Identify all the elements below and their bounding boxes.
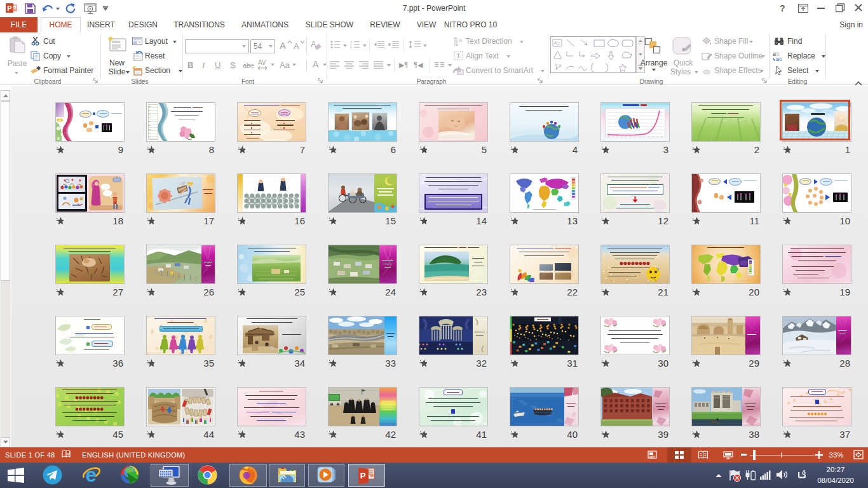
svg-text:ac: ac — [776, 56, 782, 62]
svg-text:3: 3 — [350, 46, 352, 49]
svg-text:A: A — [459, 37, 463, 43]
svg-text:P: P — [360, 471, 366, 480]
svg-text:?: ? — [656, 268, 659, 272]
svg-text:A: A — [554, 41, 557, 45]
